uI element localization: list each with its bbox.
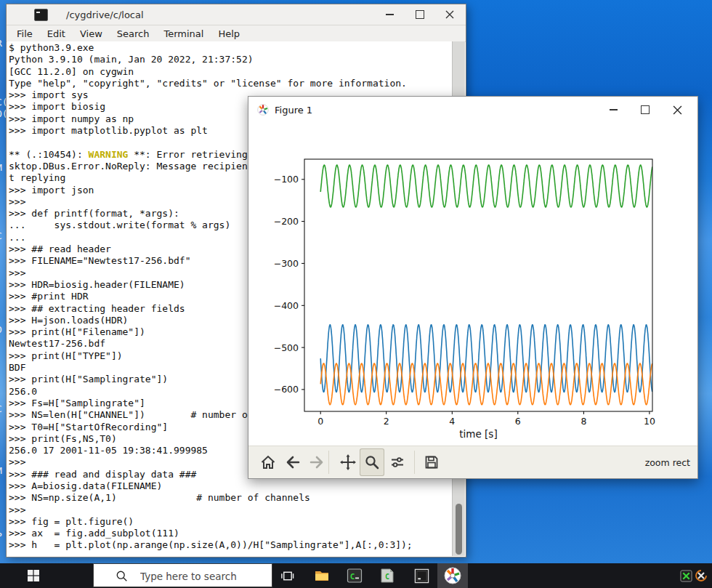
svg-text:−300: −300: [274, 258, 299, 269]
terminal-close-button[interactable]: [434, 4, 464, 25]
task-view-icon: [280, 569, 294, 583]
terminal-line: Type "help", "copyright", "credits" or "…: [9, 78, 413, 89]
svg-text:6: 6: [515, 416, 521, 427]
figure-minimize-button[interactable]: [597, 97, 629, 123]
terminal-line: >>> A=biosig.data(FILENAME): [9, 480, 413, 492]
terminal-line: >>> h = plt.plot(np.arange(np.size(A,0))…: [9, 539, 413, 551]
edge-fragment: C(: [0, 97, 6, 108]
svg-text:−500: −500: [274, 342, 299, 353]
svg-text:C: C: [385, 573, 389, 581]
menu-terminal[interactable]: Terminal: [156, 28, 211, 40]
menu-file[interactable]: File: [9, 28, 40, 40]
cygwin-setup-icon: C: [379, 568, 395, 584]
menu-view[interactable]: View: [73, 28, 110, 40]
svg-text:−200: −200: [274, 216, 299, 227]
taskbar-search-box[interactable]: [93, 563, 272, 587]
terminal-app-icon: [34, 9, 48, 21]
start-button[interactable]: [20, 563, 46, 588]
svg-text:−400: −400: [274, 300, 299, 311]
edge-fragment: M: [0, 162, 2, 174]
edge-fragment: C: [0, 403, 2, 415]
taskbar-task-view-button[interactable]: [272, 563, 302, 588]
terminal-icon: [414, 568, 429, 584]
figure-window[interactable]: Figure 1 0246810−100−200−300−400−500−600…: [248, 96, 698, 479]
edge-fragment: C: [0, 230, 2, 242]
edge-fragment: R: [0, 38, 2, 49]
toolbar-home-button[interactable]: [256, 448, 280, 476]
edge-fragment: D: [0, 324, 2, 336]
toolbar-save-button[interactable]: [419, 448, 444, 476]
search-icon: [116, 570, 128, 582]
menu-help[interactable]: Help: [211, 28, 247, 40]
edge-fragment: O(: [0, 108, 6, 120]
figure-canvas[interactable]: 0246810−100−200−300−400−500−600time [s]: [248, 123, 697, 446]
desktop-edge-fragments: RC(O(MCDCMP: [0, 0, 6, 560]
taskbar-matplotlib-button[interactable]: [437, 563, 468, 588]
svg-text:0: 0: [317, 416, 323, 427]
svg-text:time [s]: time [s]: [459, 428, 497, 440]
matplotlib-icon: [257, 104, 269, 118]
svg-text:C: C: [350, 572, 355, 581]
close-icon: [445, 10, 454, 19]
close-icon: [673, 105, 682, 115]
figure-maximize-button[interactable]: [629, 97, 661, 123]
terminal-titlebar[interactable]: /cygdrive/c/local: [7, 4, 466, 25]
terminal-maximize-button[interactable]: [405, 4, 434, 25]
edge-fragment: P: [0, 531, 2, 542]
toolbar-pan-button[interactable]: [336, 448, 360, 476]
toolbar-configure-button[interactable]: [385, 448, 410, 476]
toolbar-forward-button[interactable]: [304, 448, 329, 476]
toolbar-separator: [414, 451, 415, 474]
tray-cygwin-x-server-icon[interactable]: [679, 569, 692, 582]
figure-title: Figure 1: [275, 105, 312, 116]
taskbar-terminal-button[interactable]: [406, 563, 437, 588]
cygwin-terminal-icon: C: [347, 568, 363, 584]
tray-xlaunch-icon[interactable]: [695, 569, 708, 582]
terminal-line: >>> NS=np.size(A,1) # number of channels: [9, 492, 413, 504]
toolbar-zoom-button[interactable]: [360, 448, 384, 476]
svg-text:−600: −600: [274, 384, 299, 395]
terminal-line: Python 3.9.10 (main, Jan 20 2022, 21:37:…: [9, 54, 413, 65]
terminal-line: >>>: [9, 504, 413, 516]
menu-search[interactable]: Search: [110, 28, 157, 40]
edge-fragment: M: [0, 465, 2, 477]
terminal-line: $ python3.9.exe: [9, 42, 413, 54]
terminal-menubar: FileEditViewSearchTerminalHelp: [7, 25, 466, 42]
menu-edit[interactable]: Edit: [40, 28, 73, 40]
toolbar-status: zoom rect: [645, 446, 690, 478]
terminal-minimize-button[interactable]: [375, 4, 405, 25]
terminal-scrollbar-thumb[interactable]: [456, 504, 462, 555]
taskbar-file-explorer-button[interactable]: [307, 563, 337, 588]
figure-close-button[interactable]: [661, 97, 693, 123]
svg-text:−100: −100: [274, 174, 299, 185]
toolbar-back-button[interactable]: [280, 448, 305, 476]
terminal-line: >>> fig = plt.figure(): [9, 516, 413, 528]
terminal-line: [GCC 11.2.0] on cygwin: [9, 66, 413, 78]
svg-text:8: 8: [580, 416, 586, 427]
svg-text:2: 2: [384, 416, 389, 427]
svg-text:4: 4: [449, 416, 455, 427]
windows-logo-icon: [27, 569, 40, 582]
file-explorer-icon: [314, 568, 330, 584]
figure-toolbar: zoom rect: [248, 446, 697, 478]
figure-titlebar[interactable]: Figure 1: [248, 97, 697, 123]
matplotlib-icon: [444, 567, 461, 584]
taskbar-cygwin-terminal-button[interactable]: C: [339, 563, 370, 588]
svg-text:10: 10: [644, 416, 655, 427]
taskbar-cygwin-setup-button[interactable]: C: [372, 563, 402, 588]
terminal-line: >>> ax = fig.add_subplot(111): [9, 528, 413, 539]
taskbar: C C: [0, 563, 712, 588]
terminal-title: /cygdrive/c/local: [66, 9, 144, 20]
search-input[interactable]: [139, 564, 269, 588]
